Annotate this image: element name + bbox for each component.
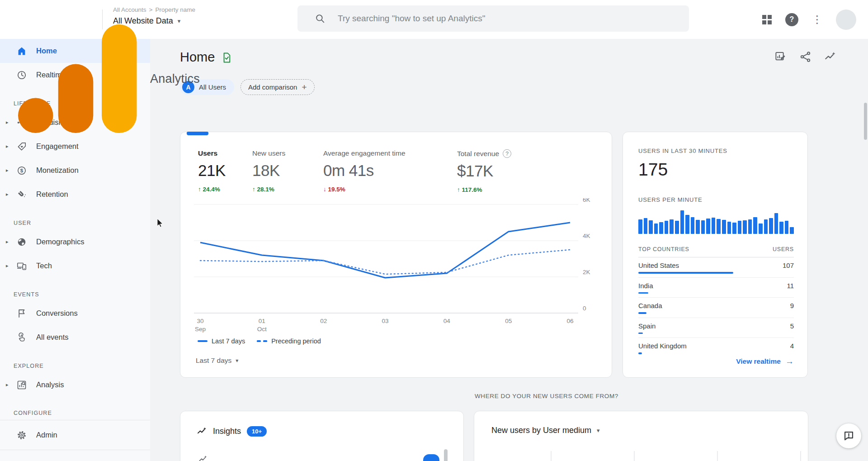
breadcrumb-account[interactable]: All Accounts — [113, 6, 146, 13]
sidebar-item-monetization[interactable]: ▸$Monetization — [0, 158, 150, 182]
retention-icon — [16, 189, 27, 200]
users-line-chart: 02K4K6K30Sep01Oct0203040506 — [193, 198, 600, 334]
insights-icon[interactable] — [824, 51, 836, 63]
metric-users[interactable]: Users21K↑ 24.4% — [198, 149, 226, 193]
sidebar-item-retention[interactable]: ▸Retention — [0, 182, 150, 206]
trend-up-icon: ↑ — [457, 186, 462, 193]
chart-gridline — [634, 451, 635, 461]
minute-bar — [769, 218, 773, 234]
top-countries-column: TOP COUNTRIES — [638, 246, 689, 252]
sidebar-item-analysis[interactable]: ▸Analysis — [0, 373, 150, 397]
sidebar-item-tech[interactable]: ▸Tech — [0, 254, 150, 278]
metric-label: New users — [252, 149, 285, 157]
country-row-line: Canada9 — [638, 302, 794, 309]
sidebar-item-admin[interactable]: Admin — [0, 420, 150, 450]
metric-new-users[interactable]: New users18K↑ 28.1% — [252, 149, 285, 193]
svg-text:Oct: Oct — [257, 326, 267, 333]
minute-bar — [774, 213, 778, 234]
expand-arrow-icon: ▸ — [6, 119, 9, 125]
chevron-down-icon: ▾ — [178, 18, 181, 24]
sidebar-section-events: EVENTS — [0, 278, 150, 301]
country-users: 107 — [783, 261, 794, 269]
country-name: United States — [638, 261, 679, 269]
minute-bar — [675, 221, 679, 234]
google-apps-icon[interactable] — [762, 15, 772, 24]
minute-bar — [759, 223, 763, 234]
countries-table-header: TOP COUNTRIES USERS — [638, 246, 794, 257]
metric-value: 18K — [252, 162, 285, 180]
new-users-card: New users by User medium ▾ — [474, 411, 808, 461]
minute-bar — [779, 222, 783, 234]
metric-total-revenue[interactable]: Total revenue?$17K↑ 117.6% — [457, 149, 511, 193]
share-icon[interactable] — [799, 51, 811, 63]
sidebar-item-demographics[interactable]: ▸Demographics — [0, 230, 150, 254]
analytics-logo[interactable]: Analytics — [9, 11, 200, 147]
demographics-icon — [16, 237, 27, 247]
svg-text:06: 06 — [566, 318, 573, 324]
metric-value: 0m 41s — [323, 162, 406, 180]
users-per-minute-title: USERS PER MINUTE — [638, 196, 794, 203]
analysis-icon — [16, 380, 27, 390]
legend-dashed-swatch — [257, 340, 267, 342]
add-comparison-button[interactable]: Add comparison + — [241, 79, 315, 95]
new-users-dimension-selector[interactable]: New users by User medium ▾ — [491, 426, 600, 435]
country-bar — [638, 292, 648, 294]
chart-gridline — [551, 451, 552, 461]
expand-arrow-icon: ▸ — [6, 382, 9, 388]
minute-bar — [649, 220, 653, 234]
realtime-card: USERS IN LAST 30 MINUTES 175 USERS PER M… — [623, 132, 808, 378]
svg-text:0: 0 — [583, 305, 586, 312]
metric-label-text: Total revenue — [457, 150, 499, 158]
more-menu-icon[interactable]: ⋮ — [812, 14, 822, 25]
countries-list: United States107India11Canada9Spain5Unit… — [638, 257, 794, 354]
svg-text:03: 03 — [382, 318, 388, 324]
minute-bar — [691, 217, 695, 234]
conversions-icon — [16, 308, 27, 319]
metric-change: ↓ 19.5% — [323, 186, 406, 193]
account-avatar[interactable] — [836, 10, 856, 30]
page-scrollbar-thumb[interactable] — [864, 103, 867, 140]
minute-bar — [665, 221, 669, 234]
search-input[interactable] — [338, 14, 654, 24]
minute-bar — [743, 220, 747, 234]
trend-up-icon: ↑ — [198, 186, 203, 193]
customize-report-icon[interactable] — [774, 51, 787, 63]
help-icon[interactable]: ? — [785, 13, 798, 26]
monetization-icon: $ — [16, 165, 27, 176]
users-column: USERS — [773, 246, 794, 252]
svg-text:30: 30 — [197, 318, 203, 324]
date-range-selector[interactable]: Last 7 days ▾ — [196, 356, 238, 365]
sidebar-item-label: All events — [36, 333, 69, 342]
insights-header[interactable]: Insights 10+ — [197, 426, 267, 437]
minute-bar — [659, 222, 663, 234]
minute-bar — [685, 215, 689, 234]
analytics-logo-icon — [9, 11, 145, 147]
expand-arrow-icon: ▸ — [6, 143, 9, 149]
insight-chip-partial[interactable] — [423, 454, 439, 461]
breadcrumb-property[interactable]: Property name — [155, 6, 195, 13]
insights-count-badge: 10+ — [247, 426, 267, 437]
mouse-cursor — [156, 218, 164, 230]
help-icon[interactable]: ? — [503, 149, 511, 158]
svg-text:4K: 4K — [583, 233, 590, 239]
insights-scrollbar[interactable] — [444, 449, 448, 461]
metric-average-engagement-time[interactable]: Average engagement time0m 41s↓ 19.5% — [323, 149, 406, 193]
minute-bar — [696, 220, 700, 234]
sidebar-item-label: Monetization — [36, 166, 79, 175]
plus-icon: + — [302, 82, 307, 92]
sidebar-item-conversions[interactable]: Conversions — [0, 301, 150, 325]
legend-item-preceding-period: Preceding period — [257, 337, 321, 345]
chart-gridline — [800, 451, 801, 461]
property-selector[interactable]: All Website Data ▾ — [113, 16, 195, 26]
sidebar-item-all-events[interactable]: All events — [0, 325, 150, 349]
minute-bar — [732, 223, 736, 234]
search-bar[interactable] — [297, 5, 689, 32]
country-users: 9 — [790, 302, 794, 309]
svg-text:6K: 6K — [583, 198, 590, 203]
view-realtime-link[interactable]: View realtime → — [736, 356, 794, 366]
header-divider — [102, 10, 103, 29]
minute-bar — [748, 219, 752, 234]
insights-card: Insights 10+ — [180, 411, 464, 461]
minute-bar — [722, 220, 726, 234]
feedback-button[interactable] — [836, 423, 861, 448]
